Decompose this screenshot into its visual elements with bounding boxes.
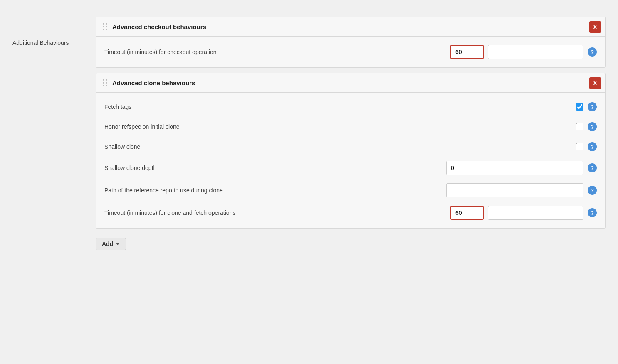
- reference-repo-input[interactable]: [446, 183, 583, 197]
- clone-timeout-control: ?: [450, 206, 597, 220]
- honor-refspec-label: Honor refspec on initial clone: [104, 123, 576, 130]
- clone-timeout-input[interactable]: [450, 206, 484, 220]
- clone-close-button[interactable]: X: [589, 77, 601, 89]
- checkout-timeout-input[interactable]: [450, 45, 484, 59]
- shallow-clone-depth-label: Shallow clone depth: [104, 165, 446, 171]
- add-button-label: Add: [102, 241, 113, 247]
- shallow-clone-control: ?: [576, 142, 597, 151]
- main-content: Advanced checkout behaviours X Timeout (…: [96, 17, 606, 254]
- shallow-clone-help-icon[interactable]: ?: [588, 142, 597, 151]
- page-wrapper: Additional Behaviours Advanced checkout …: [0, 8, 618, 263]
- checkout-section-title: Advanced checkout behaviours: [112, 23, 206, 30]
- shallow-clone-depth-input[interactable]: [446, 161, 583, 175]
- clone-section-header: Advanced clone behaviours: [96, 73, 605, 93]
- clone-timeout-label: Timeout (in minutes) for clone and fetch…: [104, 209, 450, 216]
- checkout-timeout-row: Timeout (in minutes) for checkout operat…: [104, 41, 597, 63]
- clone-timeout-row: Timeout (in minutes) for clone and fetch…: [104, 202, 597, 224]
- clone-timeout-help-icon[interactable]: ?: [588, 208, 597, 217]
- clone-section-panel: Advanced clone behaviours X Fetch tags ?…: [96, 73, 606, 229]
- shallow-clone-row: Shallow clone ?: [104, 137, 597, 157]
- honor-refspec-checkbox[interactable]: [576, 123, 583, 130]
- honor-refspec-control: ?: [576, 122, 597, 131]
- checkout-section-panel: Advanced checkout behaviours X Timeout (…: [96, 17, 606, 68]
- clone-drag-handle[interactable]: [103, 79, 107, 86]
- fetch-tags-checkbox[interactable]: [576, 103, 583, 111]
- checkout-timeout-label: Timeout (in minutes) for checkout operat…: [104, 49, 450, 55]
- fetch-tags-label: Fetch tags: [104, 103, 576, 110]
- clone-section-title: Advanced clone behaviours: [112, 79, 195, 86]
- reference-repo-help-icon[interactable]: ?: [588, 186, 597, 195]
- reference-repo-label: Path of the reference repo to use during…: [104, 187, 446, 194]
- shallow-clone-label: Shallow clone: [104, 143, 576, 150]
- fetch-tags-control: ?: [576, 102, 597, 111]
- bottom-toolbar: Add: [96, 234, 606, 254]
- add-button[interactable]: Add: [96, 238, 126, 250]
- checkout-timeout-help-icon[interactable]: ?: [588, 47, 597, 57]
- clone-section-body: Fetch tags ? Honor refspec on initial cl…: [96, 93, 605, 228]
- honor-refspec-help-icon[interactable]: ?: [588, 122, 597, 131]
- checkout-drag-handle[interactable]: [103, 23, 107, 30]
- shallow-clone-depth-control: ?: [446, 161, 597, 175]
- checkout-section-body: Timeout (in minutes) for checkout operat…: [96, 37, 605, 67]
- checkout-timeout-extra-input[interactable]: [488, 45, 583, 59]
- clone-timeout-extra-input[interactable]: [488, 206, 583, 220]
- sidebar-label: Additional Behaviours: [12, 17, 87, 254]
- fetch-tags-row: Fetch tags ?: [104, 97, 597, 117]
- checkout-timeout-control: ?: [450, 45, 597, 59]
- shallow-clone-depth-help-icon[interactable]: ?: [588, 163, 597, 172]
- reference-repo-row: Path of the reference repo to use during…: [104, 179, 597, 202]
- add-dropdown-arrow-icon: [116, 243, 120, 245]
- reference-repo-control: ?: [446, 183, 597, 197]
- fetch-tags-help-icon[interactable]: ?: [588, 102, 597, 111]
- shallow-clone-depth-row: Shallow clone depth ?: [104, 157, 597, 179]
- checkout-close-button[interactable]: X: [589, 21, 601, 33]
- checkout-section-header: Advanced checkout behaviours: [96, 17, 605, 37]
- honor-refspec-row: Honor refspec on initial clone ?: [104, 117, 597, 137]
- shallow-clone-checkbox[interactable]: [576, 143, 583, 150]
